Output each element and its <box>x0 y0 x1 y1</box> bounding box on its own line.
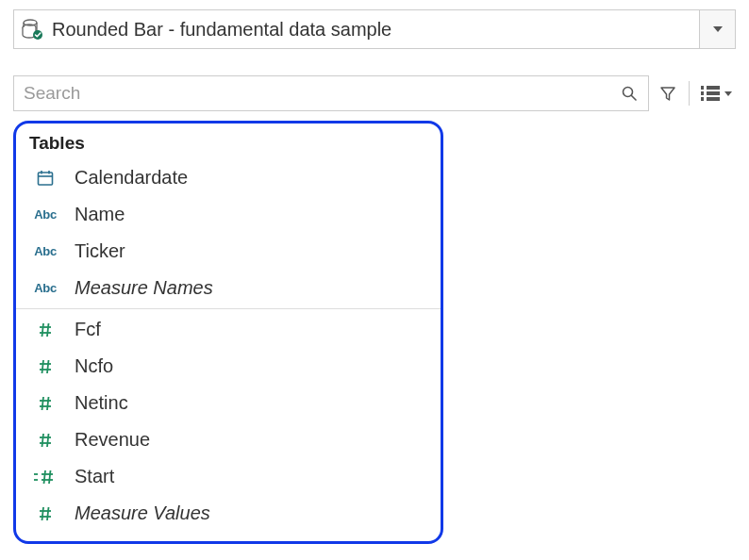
number-icon <box>29 357 61 376</box>
field-row[interactable]: Netinc <box>16 385 441 421</box>
field-label: Revenue <box>75 429 150 451</box>
svg-rect-5 <box>39 173 53 185</box>
field-row[interactable]: Abc Name <box>16 196 441 233</box>
string-icon: Abc <box>29 207 61 222</box>
field-row[interactable]: Abc Measure Names <box>16 270 441 306</box>
panel-header: Tables <box>16 131 441 159</box>
svg-line-12 <box>47 323 49 337</box>
svg-line-34 <box>47 507 49 520</box>
search-icon[interactable] <box>616 80 642 107</box>
field-row[interactable]: Fcf <box>16 311 441 348</box>
number-icon <box>29 321 61 339</box>
search-input[interactable] <box>24 83 616 104</box>
calculated-number-icon <box>29 468 61 486</box>
chevron-down-icon <box>724 91 732 96</box>
search-field-wrap <box>13 75 649 111</box>
field-row[interactable]: Calendardate <box>16 159 441 196</box>
svg-line-23 <box>42 434 44 447</box>
toolbar-separator <box>689 81 690 106</box>
string-icon: Abc <box>29 281 61 295</box>
datasource-title: Rounded Bar - fundamental data sample <box>52 19 391 41</box>
field-label: Ncfo <box>75 355 113 377</box>
svg-line-11 <box>42 323 44 337</box>
field-label: Calendardate <box>75 167 188 189</box>
svg-line-19 <box>42 397 44 410</box>
fields-divider <box>16 308 441 309</box>
field-row[interactable]: Revenue <box>16 421 441 458</box>
svg-line-30 <box>49 470 51 484</box>
number-icon <box>29 504 61 523</box>
field-label: Name <box>75 204 125 225</box>
svg-line-33 <box>42 507 44 520</box>
filter-icon[interactable] <box>655 80 681 107</box>
chevron-down-icon <box>713 26 723 32</box>
field-label: Start <box>75 466 114 487</box>
svg-line-24 <box>47 434 49 447</box>
view-mode-button[interactable] <box>697 86 736 101</box>
field-label: Measure Values <box>75 502 210 524</box>
list-view-icon <box>701 86 720 101</box>
date-icon <box>29 169 61 188</box>
fields-panel: Tables Calendardate Abc Name Abc Ticker … <box>13 121 443 544</box>
datasource-main: Rounded Bar - fundamental data sample <box>14 18 699 41</box>
svg-line-16 <box>47 360 49 373</box>
field-row[interactable]: Ncfo <box>16 348 441 385</box>
string-icon: Abc <box>29 244 61 258</box>
svg-line-29 <box>44 470 46 484</box>
svg-line-15 <box>42 360 44 373</box>
field-row[interactable]: Measure Values <box>16 495 441 532</box>
field-row[interactable]: Start <box>16 458 441 495</box>
datasource-selector[interactable]: Rounded Bar - fundamental data sample <box>13 9 736 49</box>
schema-toolbar <box>13 75 736 111</box>
field-label: Measure Names <box>75 277 213 299</box>
svg-line-4 <box>632 96 637 101</box>
datasource-dropdown-button[interactable] <box>699 10 735 48</box>
field-label: Fcf <box>75 319 101 340</box>
field-label: Netinc <box>75 392 128 414</box>
number-icon <box>29 394 61 413</box>
datasource-icon <box>22 18 44 41</box>
svg-line-20 <box>47 397 49 410</box>
field-row[interactable]: Abc Ticker <box>16 233 441 270</box>
field-label: Ticker <box>75 240 125 262</box>
number-icon <box>29 431 61 450</box>
